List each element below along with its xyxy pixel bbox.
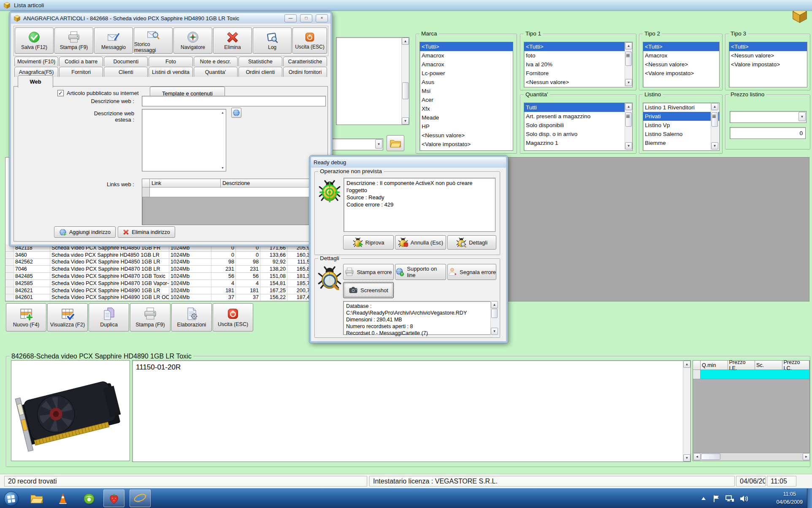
navigatore-button[interactable]: Navigatore [173, 27, 212, 54]
list-item[interactable]: Xfx [420, 104, 513, 113]
list-item[interactable]: Listino Salerno [643, 130, 719, 139]
published-checkbox[interactable]: ✓ [57, 90, 64, 96]
list-item[interactable]: Art. presenti a magazzino [524, 112, 632, 121]
list-item[interactable]: Lc-power [420, 69, 513, 78]
scroll-up-icon[interactable]: ▲ [625, 103, 632, 110]
list-item[interactable]: Fornitore [524, 69, 632, 78]
combo-dropdown-icon[interactable]: ▼ [798, 112, 806, 121]
scroll-down-icon[interactable]: ▼ [625, 79, 632, 86]
scroll-up-icon[interactable]: ▲ [491, 301, 498, 308]
scroll-up-icon[interactable]: ▲ [683, 361, 690, 368]
details-scrollbar[interactable]: ▲ ▼ [490, 301, 498, 335]
taskbar-internet-explorer[interactable]: e [130, 489, 151, 507]
list-item[interactable]: <Valore impostato> [420, 140, 513, 149]
segnala-errore-button[interactable]: Segnala errore [447, 264, 496, 280]
selected-price-row[interactable] [701, 370, 809, 379]
list-item[interactable]: <Tutti> [524, 42, 632, 51]
stampa-errore-button[interactable]: Stampa errore [343, 264, 394, 280]
main-window-titlebar[interactable]: Lista articoli [0, 0, 812, 11]
tab[interactable]: Ordini fornitori [283, 67, 327, 77]
list-item[interactable]: Listino Vp [643, 121, 719, 130]
scroll-down-icon[interactable]: ▼ [711, 142, 718, 149]
table-row[interactable]: 842485 Scheda Video PCX Sapphire HD4870 … [5, 273, 315, 280]
taskbar-readypro[interactable] [103, 489, 125, 507]
taskbar-media-player[interactable] [55, 491, 71, 506]
tab[interactable]: Codici a barre [59, 57, 103, 66]
list-item[interactable]: <Valore impostato> [729, 60, 807, 69]
quantita-list[interactable]: TuttiArt. presenti a magazzinoSolo dispo… [524, 103, 633, 151]
list-item[interactable]: foto [524, 51, 632, 60]
scroll-down-icon[interactable]: ▼ [402, 117, 409, 125]
list-item[interactable]: Privati [643, 112, 719, 121]
scroll-up-icon[interactable]: ▲ [711, 103, 718, 110]
links-column-link[interactable]: Link [150, 179, 221, 187]
dettagli-button[interactable]: Dettagli [447, 235, 496, 250]
table-row[interactable]: 7046 Scheda Video PCX Sapphire HD4870 1G… [5, 266, 315, 273]
tipo1-list[interactable]: <Tutti>fotoIva al 20%Fornitore<Nessun va… [524, 42, 633, 87]
mini-table-hscrollbar[interactable]: ◄ ► [693, 453, 810, 461]
tab[interactable]: Caratteristiche [283, 57, 327, 66]
list-item[interactable]: <Tutti> [420, 42, 513, 51]
tab[interactable]: Listini di vendita [149, 67, 192, 77]
tipo3-list[interactable]: <Tutti><Nessun valore><Valore impostato> [729, 42, 807, 87]
tab[interactable]: Foto [149, 57, 192, 66]
maximize-button[interactable]: □ [300, 14, 312, 22]
desc-web-input[interactable] [142, 96, 326, 106]
scroll-down-icon[interactable]: ▼ [625, 142, 632, 149]
messaggio-button[interactable]: Messaggio [94, 27, 133, 54]
scroll-down-icon[interactable]: ▼ [491, 328, 498, 335]
list-item[interactable]: Msi [420, 87, 513, 95]
list-item[interactable]: <Nessun valore> [524, 78, 632, 87]
tab[interactable]: Fornitori [59, 67, 103, 77]
screenshot-button[interactable]: Screenshot [343, 282, 394, 298]
scroll-right-icon[interactable]: ► [803, 453, 810, 460]
uscita-lista-button[interactable]: Uscita (ESC) [213, 303, 253, 331]
debug-titlebar[interactable]: Ready debug [311, 157, 506, 168]
folder-button[interactable] [387, 135, 404, 151]
tab[interactable]: Quantita' [194, 67, 238, 77]
start-button[interactable] [3, 491, 19, 506]
list-item[interactable]: Amacrox [643, 51, 719, 60]
list-item[interactable]: Tutti [524, 103, 632, 112]
elaborazioni-button[interactable]: Elaborazioni [171, 303, 212, 331]
list-item[interactable]: <Nessun valore> [420, 131, 513, 140]
tab-web-active[interactable]: Web [18, 75, 53, 87]
log-button[interactable]: Log [253, 27, 292, 54]
scroll-down-icon[interactable]: ▼ [220, 165, 225, 171]
html-editor-button[interactable] [231, 108, 241, 118]
scroll-up-icon[interactable]: ▲ [625, 42, 632, 49]
visualizza-button[interactable]: Visualizza (F2) [47, 303, 88, 331]
list-item[interactable]: <Nessun valore> [729, 51, 807, 60]
list-item[interactable]: Solo disp. o in arrivo [524, 130, 632, 139]
list-item[interactable]: Magazzino 1 [524, 139, 632, 147]
aggiungi-indirizzo-button[interactable]: Aggiungi indirizzo [54, 226, 116, 238]
article-notes-area[interactable]: 11150-01-20R ▲ ▼ [132, 360, 691, 462]
tray-expand-icon[interactable] [699, 491, 708, 506]
empty-link-row[interactable] [150, 187, 326, 197]
tipo1-scrollbar[interactable]: ▲ ≡ ▼ [625, 42, 632, 86]
table-row[interactable]: 842562 Scheda Video PCX Sapphire HD4850 … [5, 259, 315, 266]
desc-web-estesa-textarea[interactable]: ▲ ▼ [142, 109, 226, 171]
notes-scrollbar[interactable]: ▲ ▼ [683, 361, 690, 462]
supporto-online-button[interactable]: ? Supporto on line [395, 264, 446, 280]
empty-listbox[interactable]: ▲ ▼ [336, 37, 409, 125]
taskbar-messenger[interactable] [81, 491, 97, 506]
combo-dropdown-icon[interactable]: ▼ [375, 139, 382, 149]
list-item[interactable]: Amacrox [420, 51, 513, 60]
duplica-button[interactable]: Duplica [89, 303, 129, 331]
scroll-left-icon[interactable]: ◄ [693, 453, 701, 460]
annulla-button[interactable]: Annulla (Esc) [395, 235, 446, 250]
listino-scrollbar[interactable]: ▲ ≡ ▼ [711, 103, 718, 149]
error-message-box[interactable]: Descrizione : Il componente ActiveX non … [344, 178, 495, 232]
elimina-indirizzo-button[interactable]: Elimina indirizzo [118, 226, 175, 238]
list-item[interactable]: Acer [420, 95, 513, 104]
list-item[interactable]: Solo disponibili [524, 121, 632, 130]
mini-column-header[interactable]: Prezzo I.C. [782, 361, 810, 370]
tray-volume-icon[interactable] [738, 491, 750, 506]
list-item[interactable]: <Tutti> [643, 42, 719, 51]
prezzo-amount-field[interactable]: 0 [730, 127, 806, 139]
debug-details-box[interactable]: Database : C:\Ready\ReadyPro\Archivi\Arc… [343, 301, 498, 335]
scroll-up-icon[interactable]: ▲ [220, 110, 225, 115]
storico-messaggi-button[interactable]: Storico messaggi [134, 27, 173, 54]
marca-list[interactable]: <Tutti>AmacroxAmacroxLc-powerAsusMsiAcer… [420, 42, 513, 151]
